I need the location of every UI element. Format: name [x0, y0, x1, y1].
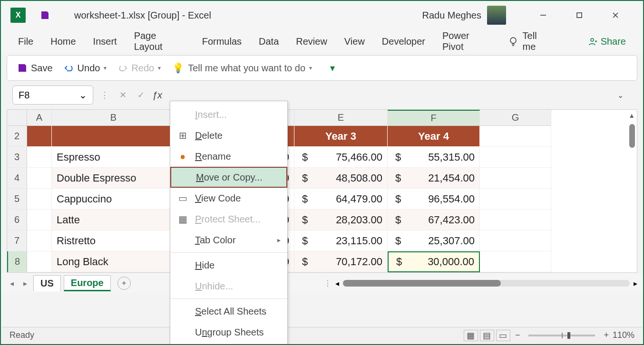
tell-me-button[interactable]: Tell me — [508, 30, 551, 52]
user-name[interactable]: Radu Meghes — [422, 10, 481, 21]
zoom-level[interactable]: 110% — [613, 330, 634, 340]
tab-formulas[interactable]: Formulas — [202, 36, 242, 47]
vertical-scrollbar[interactable]: ▲ — [627, 110, 636, 272]
row-header[interactable]: 4 — [7, 168, 27, 189]
cell-year4[interactable]: $96,554.00 — [388, 189, 480, 210]
save-icon[interactable] — [39, 10, 50, 21]
more-icon[interactable]: ⋮ — [98, 88, 111, 102]
scroll-up-icon[interactable]: ▲ — [628, 112, 635, 119]
close-button[interactable] — [606, 6, 625, 25]
chevron-down-icon[interactable]: ▾ — [104, 65, 107, 71]
tab-page-layout[interactable]: Page Layout — [134, 30, 185, 52]
row-header[interactable]: 8 — [7, 251, 27, 272]
cell[interactable] — [480, 230, 551, 251]
qat-undo[interactable]: Undo ▾ — [61, 63, 110, 74]
menu-select-all-sheets[interactable]: Select All Sheets — [170, 301, 287, 322]
more-icon[interactable]: ⋮ — [324, 279, 332, 288]
share-button[interactable]: Share — [587, 36, 626, 47]
cell[interactable] — [52, 126, 176, 147]
cell[interactable] — [27, 251, 52, 272]
sheet-tab-us[interactable]: US — [33, 275, 61, 291]
cell[interactable] — [27, 230, 52, 251]
tab-file[interactable]: File — [18, 36, 33, 47]
cell-product[interactable]: Ristretto — [52, 230, 176, 251]
cell-product[interactable]: Cappuccino — [52, 189, 176, 210]
menu-delete[interactable]: ⊞Delete — [170, 125, 287, 146]
add-sheet-button[interactable]: + — [117, 277, 131, 290]
cell-product[interactable]: Long Black — [52, 251, 176, 272]
name-box[interactable]: F8 ⌄ — [12, 86, 93, 105]
tab-power-pivot[interactable]: Power Pivot — [442, 30, 491, 52]
menu-view-code[interactable]: ▭View Code — [170, 188, 287, 209]
col-header-G[interactable]: G — [480, 110, 551, 126]
row-header[interactable]: 5 — [7, 189, 27, 210]
chevron-down-icon[interactable]: ⌄ — [79, 89, 87, 101]
tab-review[interactable]: Review — [296, 36, 327, 47]
scrollbar-thumb[interactable] — [343, 280, 501, 287]
tab-home[interactable]: Home — [50, 36, 76, 47]
cell-header-year4[interactable]: Year 4 — [388, 126, 480, 147]
cell-year4[interactable]: $30,000.00 — [388, 251, 480, 272]
cell[interactable] — [480, 147, 551, 168]
zoom-slider[interactable] — [528, 335, 595, 336]
cell[interactable] — [27, 168, 52, 189]
cell-year3[interactable]: $28,203.00 — [294, 210, 388, 230]
cell-product[interactable]: Latte — [52, 210, 176, 230]
col-header-F[interactable]: F — [388, 110, 480, 126]
tab-view[interactable]: View — [344, 36, 365, 47]
view-normal-icon[interactable]: ▦ — [464, 330, 478, 341]
row-header[interactable]: 2 — [7, 126, 27, 147]
maximize-button[interactable] — [570, 6, 589, 25]
row-header[interactable]: 6 — [7, 210, 27, 230]
scroll-left-icon[interactable]: ◂ — [335, 279, 339, 288]
cell[interactable] — [27, 189, 52, 210]
cell-product[interactable]: Espresso — [52, 147, 176, 168]
cell[interactable] — [27, 210, 52, 230]
scrollbar-thumb[interactable] — [629, 124, 635, 148]
menu-move-copy[interactable]: Move or Copy... — [170, 167, 287, 188]
cell[interactable] — [480, 126, 551, 147]
cell-year3[interactable]: $48,508.00 — [294, 168, 388, 189]
col-header-E[interactable]: E — [294, 110, 388, 126]
sheet-tab-europe[interactable]: Europe — [64, 275, 111, 291]
cell-year4[interactable]: $67,423.00 — [388, 210, 480, 230]
cell-year3[interactable]: $70,172.00 — [294, 251, 388, 272]
cell[interactable] — [27, 126, 52, 147]
select-all-corner[interactable] — [7, 110, 27, 126]
horizontal-scrollbar[interactable]: ⋮ ◂ ▸ — [324, 279, 637, 288]
cell-year3[interactable]: $64,479.00 — [294, 189, 388, 210]
sheet-nav-next[interactable]: ▸ — [20, 279, 30, 288]
cell-year4[interactable]: $25,307.00 — [388, 230, 480, 251]
cell-header-year3[interactable]: Year 3 — [294, 126, 388, 147]
menu-hide[interactable]: Hide — [170, 255, 287, 276]
cell[interactable] — [27, 147, 52, 168]
row-header[interactable]: 7 — [7, 230, 27, 251]
tell-me-search[interactable]: 💡 Tell me what you want to do ▾ — [169, 62, 315, 74]
cell-year3[interactable]: $75,466.00 — [294, 147, 388, 168]
menu-tab-color[interactable]: Tab Color▸ — [170, 230, 287, 250]
tab-insert[interactable]: Insert — [93, 36, 117, 47]
col-header-B[interactable]: B — [52, 110, 176, 126]
sheet-nav-prev[interactable]: ◂ — [7, 279, 17, 288]
view-page-layout-icon[interactable]: ▤ — [480, 330, 494, 341]
user-avatar[interactable] — [487, 6, 506, 25]
view-page-break-icon[interactable]: ▭ — [496, 330, 510, 341]
cell[interactable] — [480, 251, 551, 272]
menu-ungroup-sheets[interactable]: Ungroup Sheets — [170, 322, 287, 343]
zoom-out-button[interactable]: − — [515, 330, 520, 340]
qat-save[interactable]: Save — [15, 63, 56, 74]
scroll-right-icon[interactable]: ▸ — [634, 279, 637, 288]
cell-year3[interactable]: $23,115.00 — [294, 230, 388, 251]
minimize-button[interactable] — [534, 6, 553, 25]
fx-icon[interactable]: ƒx — [152, 90, 162, 101]
cell-product[interactable]: Double Espresso — [52, 168, 176, 189]
cell[interactable] — [480, 210, 551, 230]
row-header[interactable]: 3 — [7, 147, 27, 168]
tab-developer[interactable]: Developer — [382, 36, 425, 47]
tab-data[interactable]: Data — [259, 36, 279, 47]
cell-year4[interactable]: $55,315.00 — [388, 147, 480, 168]
menu-rename[interactable]: ●Rename — [170, 146, 287, 167]
pin-icon[interactable]: ▾ — [330, 62, 335, 74]
zoom-in-button[interactable]: + — [604, 330, 609, 340]
cell[interactable] — [480, 168, 551, 189]
